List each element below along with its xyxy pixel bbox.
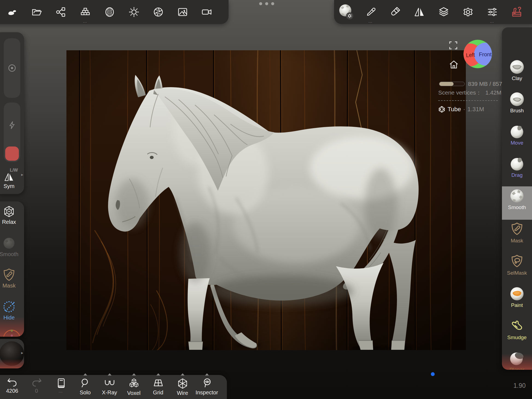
undo-button[interactable]: 4206	[0, 375, 24, 399]
image-icon	[177, 6, 188, 18]
tool-smooth-left-label: Smooth	[0, 251, 24, 257]
painting-button[interactable]	[383, 0, 407, 24]
bottom-toolbar: 4206 0 … Solo	[0, 375, 227, 399]
caret-up-icon[interactable]	[181, 373, 185, 375]
info-separator	[438, 100, 498, 101]
sidebar-tool-planar[interactable]: Planar	[502, 349, 532, 370]
active-tool-preview-button[interactable]	[334, 0, 358, 24]
undo-icon	[7, 378, 18, 387]
camera-button[interactable]	[195, 0, 219, 24]
more-dots: …	[83, 20, 87, 22]
caret-up-icon[interactable]	[156, 373, 160, 375]
lighting-button[interactable]	[122, 0, 146, 24]
fullscreen-button[interactable]	[449, 41, 458, 50]
sidebar-tool-smudge[interactable]: Smudge	[502, 316, 532, 349]
scene-graph-button[interactable]	[49, 0, 73, 24]
zoom-level-value: 1.90	[513, 382, 526, 389]
toggle-voxel[interactable]: Voxel	[122, 375, 146, 399]
xray-glasses-icon	[104, 378, 116, 389]
material-sphere[interactable]	[0, 341, 24, 366]
intensity-slider[interactable]	[4, 102, 20, 162]
radius-slider[interactable]	[4, 38, 20, 98]
toggle-label: Wire	[170, 390, 195, 396]
matcap-button[interactable]	[97, 0, 122, 24]
material-stack-button[interactable]: …	[73, 0, 97, 24]
toggle-xray[interactable]: X-Ray	[97, 375, 122, 399]
toggle-inspector[interactable]: Inspector	[195, 375, 219, 399]
sidebar-tool-clay[interactable]: Clay	[502, 57, 532, 90]
scroll-indicator-dot	[431, 372, 435, 376]
paint-ball-icon	[509, 286, 525, 302]
horse-model[interactable]	[66, 50, 466, 350]
sidebar-tool-label: Brush	[502, 108, 532, 114]
grid-icon	[153, 378, 164, 389]
voxel-cubes-icon	[128, 378, 140, 389]
toolbox-button[interactable]	[504, 0, 529, 24]
sidebar-tool-mask[interactable]: Mask	[502, 220, 532, 252]
object-name: Tube	[448, 106, 461, 113]
tool-hide[interactable]: Hide	[0, 300, 24, 321]
tool-relax[interactable]: Relax	[0, 205, 24, 225]
icosahedron-icon	[438, 106, 445, 113]
sidebar-tool-label: Planar	[502, 367, 532, 370]
selected-object-row[interactable]: Tube · 1.31M	[438, 106, 484, 113]
sidebar-tool-label: Mask	[502, 238, 532, 244]
interface-settings-button[interactable]: …	[480, 0, 504, 24]
toggle-wire[interactable]: Wire	[170, 375, 195, 399]
sidebar-tool-paint[interactable]: Paint	[502, 284, 532, 316]
toggle-solo[interactable]: Solo	[73, 375, 97, 399]
material-stack-icon	[79, 7, 91, 17]
scene-vertices-label: Scene vertices：	[438, 89, 482, 96]
material-expand-arrow[interactable]: ▸	[21, 350, 23, 355]
tool-hide-label: Hide	[0, 315, 24, 321]
navigation-sphere[interactable]: Left Front	[463, 39, 492, 69]
window-menu-dots[interactable]	[259, 2, 274, 5]
background-image-button[interactable]	[170, 0, 195, 24]
active-tool-ball-icon	[338, 3, 355, 21]
sidebar-tool-label: Smudge	[502, 335, 532, 341]
redo-button[interactable]: 0	[24, 375, 49, 399]
nav-left-label[interactable]: Left	[466, 52, 475, 58]
sidebar-tool-selmask[interactable]: SelMask	[502, 252, 532, 284]
symmetry-button[interactable]	[407, 0, 431, 24]
radius-icon	[7, 63, 17, 73]
mask-shield-icon	[509, 221, 525, 237]
drag-ball-icon	[509, 156, 525, 172]
sidebar-tool-smooth[interactable]: Smooth	[502, 186, 532, 220]
smooth-ball-icon	[2, 236, 16, 250]
caret-up-icon[interactable]	[132, 373, 136, 375]
sidebar-tool-label: Smooth	[502, 204, 532, 210]
sidebar-tool-label: Clay	[502, 75, 532, 81]
aperture-icon	[153, 6, 164, 18]
sidebar-tool-drag[interactable]: Drag	[502, 154, 532, 186]
tool-smooth-left[interactable]: Smooth	[0, 236, 24, 257]
sym-button[interactable]: Sym	[0, 172, 24, 189]
sidebar-tool-brush[interactable]: Brush	[502, 90, 532, 122]
open-file-button[interactable]	[24, 0, 49, 24]
app-logo-button[interactable]	[0, 0, 24, 24]
tool-mask-left[interactable]: Mask	[0, 268, 24, 289]
layers-button[interactable]	[431, 0, 456, 24]
nomad-logo-icon	[6, 6, 18, 18]
sculpt-viewport[interactable]	[66, 50, 466, 350]
toggle-label: X-Ray	[97, 389, 122, 396]
home-view-button[interactable]	[449, 60, 459, 69]
clay-ball-icon	[509, 59, 525, 75]
node-graph-icon	[55, 6, 67, 18]
caret-up-icon[interactable]	[205, 373, 209, 375]
sidebar-tool-move[interactable]: Move	[502, 122, 532, 154]
history-button[interactable]: …	[49, 375, 73, 399]
gizmo-partial-icon[interactable]	[2, 328, 21, 337]
top-right-toolbar: …	[334, 0, 532, 24]
settings-button[interactable]	[456, 0, 480, 24]
smudge-hand-icon	[509, 318, 525, 334]
caret-up-icon[interactable]	[108, 373, 112, 375]
memory-usage-bar	[439, 82, 465, 86]
postprocess-button[interactable]	[146, 0, 170, 24]
scene-vertices-text: Scene vertices： 1.42M	[438, 89, 501, 96]
sidebar-tool-label: Paint	[502, 302, 532, 308]
caret-up-icon[interactable]	[83, 373, 87, 375]
nav-front-label[interactable]: Front	[479, 51, 492, 57]
stroke-settings-button[interactable]: …	[358, 0, 383, 24]
toggle-grid[interactable]: Grid	[146, 375, 170, 399]
